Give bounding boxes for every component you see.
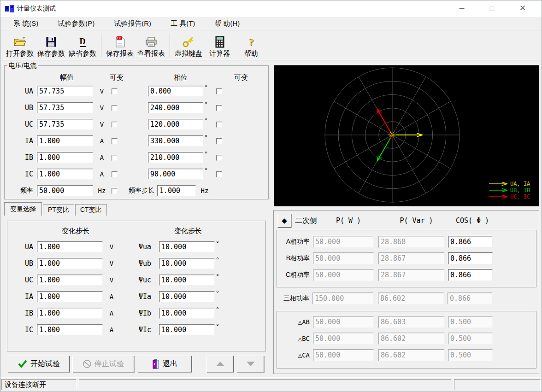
- cos-value: [448, 316, 493, 328]
- var-value: [378, 349, 444, 361]
- step-input[interactable]: [37, 324, 103, 335]
- row-label: IA: [7, 293, 37, 301]
- arrow-down-icon: [247, 362, 255, 366]
- frequency-variable-checkbox[interactable]: [112, 188, 118, 194]
- amplitude-input[interactable]: [37, 102, 93, 113]
- step-down-button[interactable]: [237, 356, 264, 372]
- stop-test-button[interactable]: 停止试验: [72, 356, 134, 372]
- phase-variable-checkbox[interactable]: [216, 138, 222, 144]
- frequency-step-input[interactable]: [157, 185, 196, 196]
- close-button[interactable]: ✕: [512, 0, 533, 16]
- menu-system[interactable]: 系 统(S): [7, 18, 45, 29]
- amplitude-variable-checkbox[interactable]: [112, 171, 118, 177]
- three-phase-row: 三相功率: [277, 293, 492, 304]
- phasor-plot: UA, IAUB, IBUC, IC: [274, 65, 539, 206]
- calculator-button[interactable]: 计算器: [204, 32, 236, 59]
- phase-input[interactable]: [148, 169, 203, 180]
- col-header-p: P( W ): [318, 216, 379, 225]
- diamond-toggle-button[interactable]: ◆: [277, 214, 291, 228]
- phase-input[interactable]: [148, 119, 203, 130]
- degree-label: °: [205, 150, 210, 158]
- cos-value: [448, 269, 493, 281]
- phase-variable-checkbox[interactable]: [216, 155, 222, 161]
- phase-input[interactable]: [148, 102, 203, 113]
- step-input[interactable]: [37, 308, 103, 319]
- delta-ca-row: △CA: [277, 349, 493, 361]
- psi-label: Ψuc: [139, 276, 157, 284]
- psi-step-input[interactable]: [159, 275, 215, 286]
- default-params-button[interactable]: D 缺省参数: [67, 32, 98, 59]
- exit-door-icon: [152, 359, 159, 369]
- row-label: IB: [5, 153, 37, 162]
- p-value: [313, 349, 374, 361]
- phase-variable-checkbox[interactable]: [216, 88, 222, 94]
- amplitude-variable-checkbox[interactable]: [112, 155, 118, 161]
- phase-variable-checkbox[interactable]: [216, 122, 222, 128]
- phase-input[interactable]: [148, 135, 203, 146]
- phase-variable-checkbox[interactable]: [216, 105, 222, 111]
- maximize-button[interactable]: □: [481, 0, 502, 16]
- psi-step-input[interactable]: [159, 324, 215, 335]
- step-input[interactable]: [37, 258, 103, 269]
- amplitude-variable-checkbox[interactable]: [112, 105, 118, 111]
- voltage-current-headers: 幅值 可变 相位 可变: [5, 73, 268, 82]
- step-up-button[interactable]: [206, 356, 234, 372]
- menu-test-params[interactable]: 试验参数(P): [51, 18, 101, 29]
- exit-button[interactable]: 退出: [138, 356, 192, 372]
- amplitude-variable-checkbox[interactable]: [112, 88, 118, 94]
- amplitude-variable-checkbox[interactable]: [112, 138, 118, 144]
- open-params-button[interactable]: 打开参数: [4, 32, 35, 59]
- phase-variable-checkbox[interactable]: [216, 171, 222, 177]
- help-button[interactable]: ? 帮助: [236, 32, 267, 59]
- step-input[interactable]: [37, 291, 103, 302]
- unit-label: Hz: [200, 187, 210, 194]
- degree-label: °: [216, 289, 222, 297]
- psi-step-input[interactable]: [159, 291, 215, 302]
- menu-help[interactable]: 帮 助(H): [208, 18, 246, 29]
- save-params-button[interactable]: 保存参数: [35, 32, 67, 59]
- cos-value: [448, 236, 493, 248]
- psi-step-input[interactable]: [159, 241, 215, 252]
- psi-step-input[interactable]: [159, 308, 215, 319]
- amplitude-input[interactable]: [37, 135, 93, 146]
- frequency-input[interactable]: [37, 185, 93, 196]
- amplitude-variable-checkbox[interactable]: [112, 122, 118, 128]
- step-row-ub: UB V Ψub °: [7, 258, 222, 269]
- unit-label: A: [106, 310, 117, 317]
- psi-step-input[interactable]: [159, 258, 215, 269]
- secondary-side-label: 二次侧: [295, 216, 317, 226]
- save-report-button[interactable]: EXL 保存报表: [104, 32, 136, 59]
- phase-input[interactable]: [148, 86, 203, 97]
- frequency-label: 频率: [5, 187, 37, 195]
- unit-label: V: [106, 243, 117, 251]
- minimize-button[interactable]: ─: [451, 0, 472, 16]
- row-label: B相功率: [277, 254, 313, 263]
- p-value: [313, 333, 374, 345]
- delta-power-group: △AB △BC △CA: [277, 311, 536, 369]
- unit-label: A: [97, 137, 107, 145]
- degree-label: °: [216, 256, 222, 263]
- start-test-button[interactable]: 开始试验: [8, 356, 70, 372]
- phase-input[interactable]: [148, 152, 203, 163]
- row-ub: UB V °: [5, 102, 222, 113]
- step-input[interactable]: [37, 241, 103, 252]
- step-input[interactable]: [37, 275, 103, 286]
- unit-label: A: [106, 326, 117, 333]
- tab-ct-ratio[interactable]: CT变比: [75, 204, 107, 216]
- var-value: [378, 316, 444, 328]
- default-d-icon: D: [80, 35, 86, 49]
- menu-tools[interactable]: 工 具(T): [164, 18, 201, 29]
- amplitude-input[interactable]: [37, 169, 93, 180]
- menu-test-report[interactable]: 试验报告(R): [107, 18, 158, 29]
- amplitude-input[interactable]: [37, 119, 93, 130]
- degree-label: °: [205, 100, 210, 108]
- view-report-button[interactable]: 查看报表: [136, 32, 167, 59]
- tab-variable-select[interactable]: 变量选择: [4, 202, 42, 216]
- var-value: [378, 293, 444, 304]
- virtual-keyboard-button[interactable]: 虚拟键盘: [173, 32, 204, 59]
- unit-label: V: [97, 88, 107, 95]
- row-label: UA: [7, 243, 37, 251]
- amplitude-input[interactable]: [37, 86, 93, 97]
- amplitude-input[interactable]: [37, 152, 93, 163]
- tab-pt-ratio[interactable]: PT变比: [43, 204, 74, 216]
